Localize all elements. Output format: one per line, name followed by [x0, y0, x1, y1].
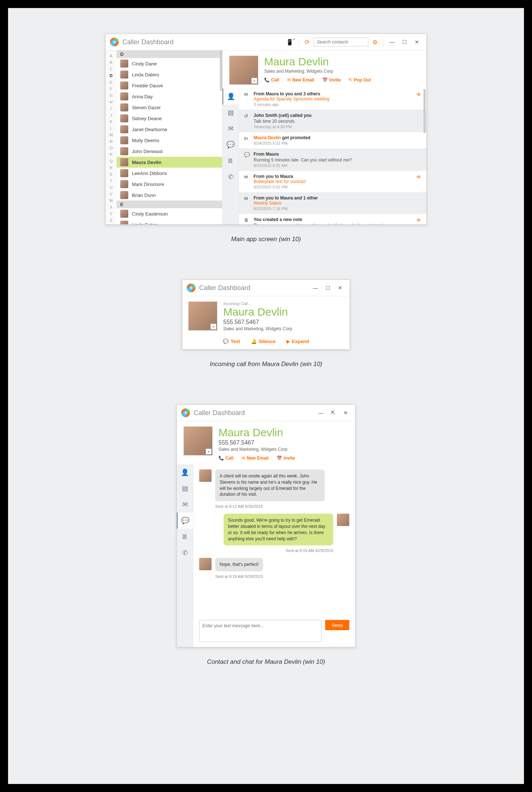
contact-row[interactable]: Molly Deems: [117, 135, 222, 146]
invite-button[interactable]: 📅 Invite: [322, 77, 341, 83]
compose-input[interactable]: [199, 620, 322, 642]
alpha-letter[interactable]: S: [110, 172, 112, 177]
contact-name: Maura Devlin: [218, 426, 295, 439]
call-button[interactable]: 📞 Call: [218, 456, 233, 461]
alpha-letter[interactable]: G: [110, 93, 113, 98]
send-button[interactable]: Send: [325, 620, 349, 630]
feed-item[interactable]: ↺John Smith (cell) called youTalk time 2…: [239, 110, 426, 132]
tab-person-icon[interactable]: 👤: [223, 88, 239, 104]
tab-document-icon[interactable]: 🗎: [177, 529, 193, 545]
minimize-button[interactable]: —: [316, 410, 326, 416]
contact-row[interactable]: Mark Dinsmore: [117, 179, 222, 190]
feed-item[interactable]: 💬From MauraRunning 5 minutes late. Can y…: [239, 149, 426, 171]
contact-row[interactable]: Maura Devlin: [117, 157, 222, 168]
contact-row[interactable]: Freddie Dauve: [117, 80, 222, 91]
expand-button[interactable]: ▶ Expand: [286, 339, 309, 344]
popout-button[interactable]: ⇱ Pop Out: [349, 77, 371, 83]
alpha-letter[interactable]: N: [110, 139, 113, 144]
feed-time: Yesterday at 4:30 PM: [254, 125, 414, 129]
eye-icon[interactable]: 👁: [416, 92, 421, 98]
feed-time: 8/22/2015 7:18 PM: [254, 206, 414, 211]
alpha-letter[interactable]: Z: [110, 218, 113, 223]
alpha-letter[interactable]: X: [110, 205, 112, 210]
contact-row[interactable]: Cindy Eastenson: [117, 208, 222, 219]
alpha-letter[interactable]: J: [110, 113, 112, 118]
alpha-letter[interactable]: Y: [110, 211, 112, 216]
tab-notes-icon[interactable]: ▤: [177, 480, 193, 496]
tab-phone-icon[interactable]: ✆: [223, 169, 239, 185]
contact-row[interactable]: Steven Dazer: [117, 102, 222, 113]
feed-item[interactable]: ✉👁From Maura to you and 3 othersAgenda f…: [239, 88, 426, 110]
alpha-letter[interactable]: B: [110, 60, 112, 65]
avatar-icon: [120, 92, 128, 100]
tab-document-icon[interactable]: 🗎: [223, 153, 239, 169]
feed-item[interactable]: inMaura Devlin got promoted8/24/2015 5:3…: [239, 132, 426, 149]
alpha-letter[interactable]: R: [110, 165, 113, 170]
feed-item[interactable]: ✉From you to Maura and 1 otherWeekly Sta…: [239, 193, 426, 214]
alpha-letter[interactable]: V: [110, 191, 112, 197]
caption-incoming: Incoming call from Maura Devlin (win 10): [8, 361, 524, 368]
tab-chat-icon[interactable]: 💬: [177, 513, 193, 529]
alpha-letter[interactable]: P: [110, 152, 112, 157]
tab-person-icon[interactable]: 👤: [177, 464, 193, 480]
alpha-letter[interactable]: W: [109, 198, 113, 203]
text-button[interactable]: 💬 Text: [223, 339, 240, 344]
alpha-letter[interactable]: F: [110, 86, 113, 91]
contact-avatar[interactable]: [229, 56, 258, 85]
alpha-letter[interactable]: K: [110, 119, 112, 124]
eye-icon[interactable]: 👁: [416, 217, 421, 223]
alpha-letter[interactable]: O: [110, 145, 113, 151]
contact-row[interactable]: John Derwood: [117, 146, 222, 157]
contact-row[interactable]: Brian Dunn: [117, 190, 222, 201]
tab-chat-icon[interactable]: 💬: [223, 137, 239, 153]
new-email-button[interactable]: ✉ New Email: [242, 456, 269, 461]
alpha-letter[interactable]: D: [110, 73, 113, 78]
search-input[interactable]: [314, 38, 368, 46]
caller-subtitle: Sales and Marketing, Widgets Corp: [223, 326, 292, 331]
refresh-icon[interactable]: ⟳: [303, 38, 311, 46]
contact-row[interactable]: Anna Day: [117, 91, 222, 102]
alpha-letter[interactable]: T: [110, 178, 113, 183]
alpha-letter[interactable]: E: [110, 80, 112, 85]
tab-mail-icon[interactable]: ✉: [177, 496, 193, 513]
device-icon[interactable]: 📱●: [286, 38, 295, 46]
tab-mail-icon[interactable]: ✉: [223, 121, 239, 137]
maximize-button[interactable]: ☐: [323, 285, 333, 291]
settings-gear-icon[interactable]: ⚙: [370, 38, 379, 46]
alpha-letter[interactable]: H: [110, 99, 113, 104]
eye-icon[interactable]: 👁: [416, 174, 421, 180]
contact-row[interactable]: Linda Eaton: [117, 219, 222, 224]
alpha-letter[interactable]: I: [110, 106, 111, 111]
feed-link[interactable]: Weekly Status: [254, 201, 414, 206]
tab-notes-icon[interactable]: ▤: [223, 104, 239, 121]
contact-row[interactable]: Sidney Deane: [117, 113, 222, 124]
contact-row[interactable]: Cindy Dane: [117, 58, 222, 69]
caption-chat: Contact and chat for Maura Devlin (win 1…: [8, 658, 524, 666]
alpha-letter[interactable]: L: [110, 126, 112, 131]
maximize-button[interactable]: ☐: [399, 39, 410, 45]
close-button[interactable]: ✕: [335, 285, 345, 291]
close-button[interactable]: ✕: [412, 39, 422, 45]
call-button[interactable]: 📞 Call: [264, 77, 279, 83]
contact-row[interactable]: LeeAnn Dibbons: [117, 168, 222, 179]
restore-button[interactable]: ⇱: [328, 410, 338, 416]
contact-row[interactable]: Janet Dearborne: [117, 124, 222, 135]
tab-phone-icon[interactable]: ✆: [177, 545, 193, 561]
feed-link[interactable]: Boilerplate text for contract: [254, 179, 414, 184]
close-button[interactable]: ✕: [341, 410, 351, 416]
feed-item[interactable]: 🗎👁You created a new noteThere are so man…: [239, 214, 426, 224]
new-email-button[interactable]: ✉ New Email: [287, 77, 314, 83]
minimize-button[interactable]: —: [310, 285, 320, 291]
alpha-letter[interactable]: M: [109, 132, 113, 137]
alpha-letter[interactable]: U: [110, 185, 113, 190]
alpha-letter[interactable]: C: [110, 66, 113, 72]
minimize-button[interactable]: —: [387, 39, 397, 45]
contact-avatar[interactable]: [183, 426, 213, 456]
alpha-letter[interactable]: Q: [110, 159, 113, 164]
alpha-letter[interactable]: A: [110, 53, 112, 58]
invite-button[interactable]: 📅 Invite: [277, 456, 295, 461]
feed-link[interactable]: Agenda for Spacely Sprockets meeting: [254, 96, 414, 102]
feed-item[interactable]: ✉👁From you to MauraBoilerplate text for …: [239, 171, 426, 193]
silence-button[interactable]: 🔔 Silence: [251, 339, 276, 344]
contact-row[interactable]: Linda Datero: [117, 69, 222, 80]
